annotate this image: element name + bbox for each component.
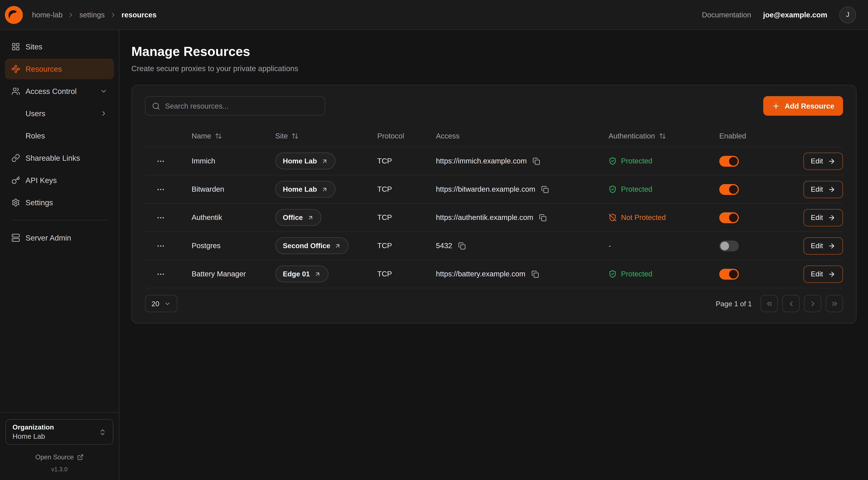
app-logo-icon[interactable] [4,5,23,24]
arrow-right-icon [828,214,835,221]
table-row: Bitwarden Home Lab TCP https://bitwarden… [145,175,843,204]
row-menu-button[interactable] [151,209,170,226]
search-input[interactable] [165,102,318,110]
enabled-toggle[interactable] [719,212,739,223]
sidebar-item-roles[interactable]: Roles [5,125,114,146]
site-name: Office [283,213,303,221]
resource-name: Authentik [184,213,271,221]
arrow-up-right-icon [335,243,341,249]
first-page-button[interactable] [761,295,778,312]
sidebar-item-label: Access Control [26,87,76,96]
chevrons-left-icon [765,300,773,308]
site-name: Edge 01 [283,270,310,278]
sidebar-item-label: Resources [26,65,62,73]
next-page-button[interactable] [804,295,821,312]
resources-card: Add Resource Name Site Protocol [131,85,857,324]
sort-icon [215,132,222,140]
auth-status: Protected [609,270,715,278]
copy-icon [533,157,540,165]
organization-label: Organization [12,423,54,431]
sidebar-item-users[interactable]: Users [5,103,114,124]
auth-status: - [609,242,715,250]
arrow-up-right-icon [321,158,328,164]
shield-check-icon [609,270,617,278]
ellipsis-icon [156,213,165,222]
arrow-right-icon [828,157,835,165]
sidebar-item-resources[interactable]: Resources [5,59,114,79]
auth-status: Protected [609,157,715,165]
organization-selector[interactable]: Organization Home Lab [5,419,114,445]
column-label: Protocol [377,132,404,140]
column-header-site[interactable]: Site [275,132,373,140]
sidebar-item-api-keys[interactable]: API Keys [5,170,114,190]
link-icon [11,154,20,162]
enabled-toggle[interactable] [719,269,739,279]
chevron-down-icon [100,87,107,95]
chevron-right-icon [100,110,107,117]
chevron-right-icon [809,300,817,308]
external-link-icon [77,454,84,460]
row-menu-button[interactable] [151,266,170,282]
edit-button[interactable]: Edit [803,209,843,226]
site-link[interactable]: Home Lab [275,181,336,198]
edit-button[interactable]: Edit [803,152,843,170]
chevron-right-icon [110,11,117,18]
page-title: Manage Resources [131,44,857,59]
arrow-right-icon [828,270,835,278]
row-menu-button[interactable] [151,238,170,254]
access-url: 5432 [436,242,452,250]
breadcrumb-org[interactable]: home-lab [32,11,63,19]
documentation-link[interactable]: Documentation [702,11,751,19]
copy-button[interactable] [541,185,549,193]
sidebar-item-access-control[interactable]: Access Control [5,81,114,101]
server-icon [11,234,20,242]
sidebar-item-server-admin[interactable]: Server Admin [5,228,114,248]
row-menu-button[interactable] [151,181,170,198]
copy-icon [539,214,547,221]
row-menu-button[interactable] [151,153,170,169]
previous-page-button[interactable] [782,295,800,312]
sidebar-item-label: Users [26,109,45,118]
site-link[interactable]: Second Office [275,237,349,254]
enabled-toggle[interactable] [719,240,739,251]
last-page-button[interactable] [826,295,843,312]
column-header-name[interactable]: Name [184,132,271,140]
sidebar-item-shareable-links[interactable]: Shareable Links [5,148,114,168]
sidebar-item-sites[interactable]: Sites [5,36,114,57]
site-link[interactable]: Office [275,209,321,226]
chevrons-up-down-icon [99,428,106,436]
copy-button[interactable] [458,242,466,249]
column-label: Name [192,132,211,140]
search-box[interactable] [145,96,325,116]
edit-button[interactable]: Edit [803,181,843,198]
table-header-row: Name Site Protocol Access Authenticati [145,125,843,147]
copy-button[interactable] [539,214,547,221]
sidebar-item-label: Settings [26,198,53,207]
enabled-toggle[interactable] [719,184,739,195]
page-size-select[interactable]: 20 [145,295,178,312]
edit-button[interactable]: Edit [803,237,843,254]
column-label: Authentication [609,132,655,140]
breadcrumb-settings[interactable]: settings [80,11,105,19]
pagination: Page 1 of 1 [716,295,843,312]
page-subtitle: Create secure proxies to your private ap… [131,64,857,73]
column-label: Access [436,132,460,140]
edit-button[interactable]: Edit [803,265,843,283]
sidebar-item-label: Roles [26,131,45,140]
copy-button[interactable] [533,157,540,165]
enabled-toggle[interactable] [719,156,739,167]
column-header-authentication[interactable]: Authentication [609,132,715,140]
chevron-right-icon [67,11,74,18]
sidebar-item-settings[interactable]: Settings [5,192,114,213]
resource-name: Battery Manager [184,270,271,278]
open-source-link[interactable]: Open Source [5,453,114,461]
page-size-value: 20 [151,300,159,308]
site-link[interactable]: Home Lab [275,153,336,170]
sidebar-nav: Sites Resources Access Control Users Rol… [0,36,119,248]
avatar[interactable]: J [839,6,856,23]
add-resource-button[interactable]: Add Resource [764,96,843,116]
auth-status: Protected [609,185,715,193]
copy-button[interactable] [531,270,539,278]
site-link[interactable]: Edge 01 [275,266,329,282]
plus-icon [772,102,780,110]
